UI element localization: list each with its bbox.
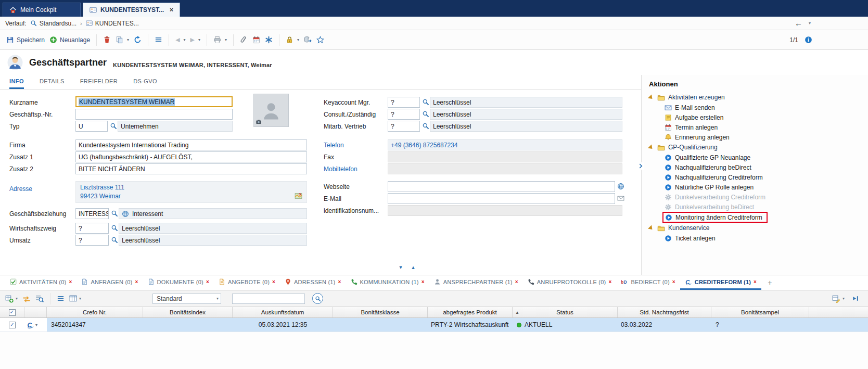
select-all-checkbox[interactable]: ✓ xyxy=(9,309,16,316)
umsatz-lookup-icon[interactable] xyxy=(111,236,118,244)
tab-creditreform[interactable]: C CREDITREFORM (1) × xyxy=(680,275,761,290)
action-item-qualifizierte-gp-neuanlage[interactable]: Qualifizierte GP Neuanlage xyxy=(648,152,868,162)
action-item-ticket-anlegen[interactable]: Ticket anlegen xyxy=(648,233,868,243)
zusatz2-input[interactable]: BITTE NICHT ÄNDERN xyxy=(75,163,307,174)
action-item-email-senden[interactable]: E-Mail senden xyxy=(648,103,868,112)
contact-photo-placeholder[interactable] xyxy=(253,94,289,127)
next-record-button[interactable]: ▶ ▾ xyxy=(190,36,200,43)
close-icon[interactable]: × xyxy=(608,279,611,285)
open-website-icon[interactable] xyxy=(617,183,624,190)
tab-aktivitaeten[interactable]: AKTIVITÄTEN (0) × xyxy=(5,275,76,290)
list-menu-button[interactable] xyxy=(57,295,65,302)
tab-angebote[interactable]: ANGEBOTE (0) × xyxy=(214,275,280,290)
close-icon[interactable]: × xyxy=(422,279,425,285)
vertrieb-code-input[interactable]: ? xyxy=(388,121,420,132)
close-icon[interactable]: × xyxy=(754,279,757,285)
transfer-button[interactable] xyxy=(22,295,31,303)
calendar-button[interactable] xyxy=(252,36,260,44)
action-item-natuerliche-gp-rolle-anlegen[interactable]: Natürliche GP Rolle anlegen xyxy=(648,182,868,192)
tab-kommunikation[interactable]: KOMMUNIKATION (1) × xyxy=(346,275,429,290)
email-input[interactable] xyxy=(388,193,615,204)
window-tab-cockpit[interactable]: Mein Cockpit xyxy=(3,3,81,17)
vertrieb-lookup-icon[interactable] xyxy=(422,122,429,130)
window-tab-record[interactable]: KUNDENTESTSYST... × xyxy=(83,3,180,17)
row-icon-cell[interactable]: C ▾ xyxy=(24,318,47,332)
caret-down-icon[interactable]: ▾ xyxy=(809,21,811,26)
column-header-std-nachtragsfrist[interactable]: Std. Nachtragsfrist xyxy=(618,307,711,317)
new-record-button[interactable]: Neuanlage xyxy=(49,36,90,44)
history-item-record[interactable]: KUNDENTES... xyxy=(86,20,139,27)
search-input[interactable] xyxy=(232,294,305,304)
tab-anrufprotokolle[interactable]: ANRUFPROTOKOLLE (0) × xyxy=(523,275,617,290)
action-item-monitoring-aendern-creditreform[interactable]: Monitoring ändern Creditreform xyxy=(662,212,768,223)
wirtschaftszweig-code-input[interactable]: ? xyxy=(75,223,109,234)
mobiltelefon-label[interactable]: Mobiltelefon xyxy=(324,163,358,174)
tab-anfragen[interactable]: ANFRAGEN (0) × xyxy=(76,275,143,290)
favorite-button[interactable] xyxy=(316,36,324,44)
list-view-button[interactable] xyxy=(155,36,162,44)
column-header-abgefragtes-produkt[interactable]: abgefragtes Produkt xyxy=(428,307,513,317)
column-settings-button[interactable]: ▾ xyxy=(69,295,81,302)
history-item-standardsuche[interactable]: Standardsu... xyxy=(30,20,76,27)
close-icon[interactable]: × xyxy=(206,279,209,285)
telefon-label[interactable]: Telefon xyxy=(324,139,344,150)
tab-ansprechpartner[interactable]: ANSPRECHPARTNER (1) × xyxy=(429,275,523,290)
save-button[interactable]: Speichern xyxy=(6,36,45,44)
consult-lookup-icon[interactable] xyxy=(422,110,429,118)
view-select[interactable]: Standard ▾ xyxy=(152,294,221,304)
firma-input[interactable]: Kundentestsystem International Trading xyxy=(75,139,307,150)
info-icon[interactable] xyxy=(805,36,812,44)
column-header-bonitaetsampel[interactable]: Bonitätsampel xyxy=(711,307,809,317)
typ-lookup-icon[interactable] xyxy=(110,122,117,130)
send-email-icon[interactable] xyxy=(617,195,624,202)
action-item-termin-anlegen[interactable]: Termin anlegen xyxy=(648,122,868,132)
action-group-header[interactable]: Aktivitäten erzeugen xyxy=(648,92,868,103)
delete-button[interactable] xyxy=(103,36,111,44)
action-group-header[interactable]: GP-Qualifizierung xyxy=(648,142,868,152)
edit-list-settings-button[interactable]: ▾ xyxy=(832,295,845,303)
map-icon[interactable] xyxy=(295,192,302,200)
close-icon[interactable]: × xyxy=(272,279,275,285)
tab-details[interactable]: DETAILS xyxy=(40,75,65,89)
zusatz1-input[interactable]: UG (haftungsbeschränkt) - AUFGELÖST, xyxy=(75,151,307,162)
export-button[interactable] xyxy=(304,36,312,44)
panel-collapse-icon[interactable] xyxy=(637,162,644,170)
kurzname-input[interactable]: KUNDENTESTSYSTEM WEIMAR xyxy=(75,96,233,107)
gp-nr-input[interactable] xyxy=(75,109,233,120)
refresh-button[interactable] xyxy=(134,36,142,44)
actions-button[interactable] xyxy=(265,36,273,44)
collapse-down-icon[interactable]: ▾ xyxy=(397,263,405,271)
column-header-auskunftsdatum[interactable]: Auskunftsdatum xyxy=(233,307,333,317)
action-item-nachqualifizierung-creditreform[interactable]: Nachqualifizierung Creditreform xyxy=(648,172,868,182)
column-header-bonitaetsindex[interactable]: Bonitätsindex xyxy=(143,307,233,317)
close-icon[interactable]: × xyxy=(69,279,72,285)
consult-code-input[interactable]: ? xyxy=(388,109,420,120)
webseite-input[interactable] xyxy=(388,181,615,192)
close-icon[interactable]: × xyxy=(338,279,341,285)
action-group-header[interactable]: Kundenservice xyxy=(648,223,868,233)
search-button[interactable] xyxy=(312,293,323,304)
collapse-list-panel-button[interactable] xyxy=(852,295,860,302)
column-header-status[interactable]: ▲ Status xyxy=(513,307,618,317)
add-tab-button[interactable]: + xyxy=(761,275,778,290)
action-item-erinnerung-anlegen[interactable]: Erinnerung anlegen xyxy=(648,132,868,142)
close-icon[interactable]: × xyxy=(672,279,675,285)
tab-freifelder[interactable]: FREIFELDER xyxy=(80,75,118,89)
close-icon[interactable]: × xyxy=(515,279,518,285)
tab-adressen[interactable]: ADRESSEN (1) × xyxy=(280,275,346,290)
telefon-field[interactable]: +49 (3646) 8725687234 xyxy=(388,139,622,150)
table-row[interactable]: ✓ C ▾ 3452014347 05.03.2021 12:35 PRTY-2… xyxy=(0,318,868,332)
collapse-up-icon[interactable]: ▴ xyxy=(409,263,417,271)
column-header-bonitaetsklasse[interactable]: Bonitätsklasse xyxy=(333,307,428,317)
tab-dsgvo[interactable]: DS-GVO xyxy=(133,75,157,89)
adresse-line2[interactable]: 99423 Weimar xyxy=(80,193,121,200)
typ-code-input[interactable]: U xyxy=(75,121,108,132)
permissions-button[interactable]: ▾ xyxy=(286,36,299,44)
print-button[interactable]: ▾ xyxy=(213,36,227,44)
umsatz-code-input[interactable]: ? xyxy=(75,235,109,246)
add-to-list-button[interactable]: ▾ xyxy=(5,295,18,303)
geschaeftsbeziehung-code-input[interactable]: INTERESSE xyxy=(75,208,109,219)
keyaccount-lookup-icon[interactable] xyxy=(422,98,429,106)
copy-button[interactable]: ▾ xyxy=(116,36,129,44)
wirtschaftszweig-lookup-icon[interactable] xyxy=(111,224,118,232)
